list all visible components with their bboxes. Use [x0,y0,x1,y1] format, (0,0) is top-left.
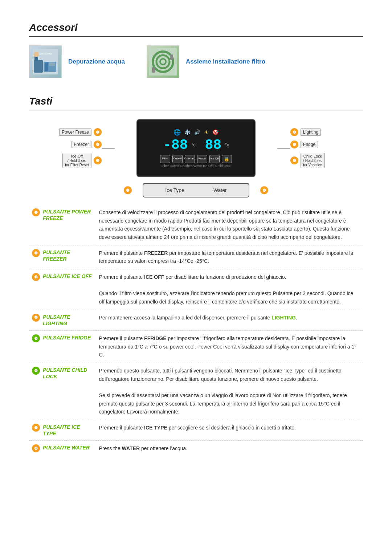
desc-label-5: ❺ PULSANTE FRIDGE [29,331,96,363]
desc-text-3: Premere il pulsante ICE OFF per disabili… [96,269,363,310]
badge-6: ❻ [290,156,298,164]
snowflake-icon: ❄️ [184,129,191,135]
left-labels: Power Freeze ❶ Freezer ❷ Ice Off/ Hold 3… [29,128,102,168]
btn-label-1: ❶ PULSANTE POWERFREEZE [32,208,92,221]
desc-row-7: ❼ PULSANTE ICETYPE Premere il pulsante I… [29,420,363,441]
connector-left [102,148,115,148]
left-label-2: Freezer ❷ [72,140,102,148]
desc-content-4: Per mantenere accesa la lampadina a led … [99,315,297,321]
desc-content-7: Premere il pulsante ICE TYPE per sceglie… [99,425,296,431]
tasti-divider [29,110,363,110]
accessories-title: Accessori [29,22,363,33]
desc-content-6b: Se si prevede di assentarsi per una vaca… [99,392,347,415]
btn-name-2: PULSANTEFREEZER [43,249,70,262]
panel-bottom-label: Filter Cubed Crushed Water Ice Off | Chi… [162,164,230,168]
water-icon: Water [197,155,207,163]
lighting-label: Lighting [301,129,321,136]
btn-label-4: ❹ PULSANTELIGHTING [32,314,92,327]
desc-content-6a: Premendo questo pulsante, tutti i pulsan… [99,368,342,382]
accessory-water-filter: Samsung Depurazione acqua [29,45,125,78]
btn-label-6: ❻ PULSANTE CHILDLOCK [32,367,92,380]
badge-1: ❶ [94,128,102,136]
desc-row-2: ❷ PULSANTEFREEZER Premere il pulsante FR… [29,245,363,269]
left-label-1: Power Freeze ❶ [59,128,102,136]
fridge-temp: 88 [205,137,221,153]
accessories-row: Samsung Depurazione acqua Assieme instal… [29,45,363,78]
fridge-label: Fridge [301,141,318,148]
svg-rect-6 [49,62,55,66]
desc-content-3a: Premere il pulsante ICE OFF per disabili… [99,274,286,280]
desc-label-4: ❹ PULSANTELIGHTING [29,310,96,330]
desc-label-3: ❸ PULSANTE ICE OFF [29,269,96,310]
badge-2: ❷ [94,140,102,148]
badge-5: ❺ [290,140,298,148]
power-freeze-label: Power Freeze [59,129,91,136]
desc-content-3b: Quando il filtro viene sostituito, azzer… [99,290,354,305]
btn-name-7: PULSANTE ICETYPE [43,424,80,437]
btn-label-7: ❼ PULSANTE ICETYPE [32,424,92,437]
accessories-divider [29,36,363,37]
target-icon: 🎯 [212,129,219,135]
svg-rect-1 [34,60,43,73]
freezer-temp-unit: °c [192,142,196,147]
accessory-hose: Assieme installazione filtro [147,45,265,78]
desc-text-4: Per mantenere accesa la lampadina a led … [96,310,363,330]
desc-text-1: Consente di velocizzare il processo di c… [96,205,363,245]
desc-content-5: Premere il pulsante FFRIDGE per impostar… [99,335,356,358]
desc-text-2: Premere il pulsante FREEZER per impostar… [96,245,363,269]
freezer-label: Freezer [72,141,91,148]
svg-rect-12 [170,54,173,60]
panel-display: 🌐 ❄️ 🔊 ☀ 🎯 -88 °c 88 °c Filter Cubed [136,119,255,177]
iceoff-icon: Ice Off [209,155,220,163]
bottom-panel-row: ❼ Ice Type Water ❽ [29,183,363,197]
water-filter-label: Depurazione acqua [68,58,125,66]
desc-label-8: ❽ PULSANTE WATER [29,441,96,456]
tasti-section: Tasti Power Freeze ❶ Freezer ❷ Ice Off/ … [29,95,363,456]
desc-content-8: Press the WATER per ottenere l'acqua. [99,445,188,451]
water-filter-image: Samsung [29,45,62,78]
btn-name-3: PULSANTE ICE OFF [43,273,92,280]
desc-badge-2: ❷ [32,249,40,257]
btn-name-1: PULSANTE POWERFREEZE [43,208,91,221]
left-label-3: Ice Off/ Hold 3 secfor Filter Reset ❸ [62,153,102,168]
right-label-4: ❹ Lighting [290,128,321,136]
childlock-icon: 🔒 [222,155,232,163]
panel-icons-top: 🌐 ❄️ 🔊 ☀ 🎯 [173,129,219,136]
badge-8: ❽ [260,186,268,194]
desc-badge-8: ❽ [32,444,40,452]
ice-water-panel: Ice Type Water [143,183,249,197]
panel-icons-bottom: Filter Cubed Crushed Water Ice Off 🔒 [160,155,232,163]
panel-temps: -88 °c 88 °c [163,137,229,153]
desc-content-1: Consente di velocizzare il processo di c… [99,209,350,240]
desc-label-7: ❼ PULSANTE ICETYPE [29,420,96,441]
accessories-section: Accessori Samsung Depurazione acqua [29,22,363,78]
badge-4: ❹ [290,128,298,136]
ice-type-text: Ice Type [165,187,184,193]
btn-name-5: PULSANTE FRIDGE [43,334,91,341]
badge-3: ❸ [94,156,102,164]
right-label-5: ❺ Fridge [290,140,318,148]
btn-label-5: ❺ PULSANTE FRIDGE [32,334,92,342]
tasti-title: Tasti [29,95,363,107]
btn-label-2: ❷ PULSANTEFREEZER [32,249,92,262]
child-lock-label: Child Lock/ Hold 3 secfor Vacation [301,153,325,168]
connector-right [277,148,290,148]
desc-row-4: ❹ PULSANTELIGHTING Per mantenere accesa … [29,310,363,330]
water-text: Water [213,187,227,193]
desc-badge-4: ❹ [32,314,40,322]
sun-icon: ☀ [204,129,209,135]
globe-icon: 🌐 [173,129,181,136]
desc-badge-3: ❸ [32,273,40,281]
crushed-icon: Crushed [185,155,195,163]
svg-point-3 [34,52,39,57]
badge-7: ❼ [124,186,132,194]
desc-text-5: Premere il pulsante FFRIDGE per impostar… [96,331,363,363]
svg-rect-13 [152,67,155,73]
desc-content-2: Premere il pulsante FREEZER per impostar… [99,250,354,264]
ice-off-label: Ice Off/ Hold 3 secfor Filter Reset [62,153,91,168]
desc-text-6: Premendo questo pulsante, tutti i pulsan… [96,363,363,420]
descriptions-table: ❶ PULSANTE POWERFREEZE Consente di veloc… [29,205,363,456]
btn-name-6: PULSANTE CHILDLOCK [43,367,87,380]
btn-label-8: ❽ PULSANTE WATER [32,444,92,452]
btn-name-4: PULSANTELIGHTING [43,314,70,327]
